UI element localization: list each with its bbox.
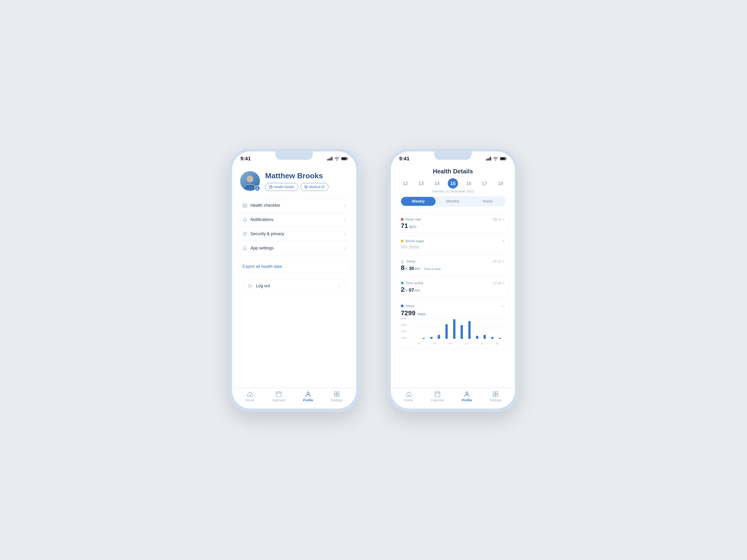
bar-col-11 (497, 319, 503, 339)
right-screen-content: Health Details 12 13 14 15 16 17 18 Tues… (391, 164, 515, 388)
status-icons-left (327, 157, 348, 161)
sleep-time: 07:13 (493, 260, 505, 263)
chevron-icon: › (344, 246, 346, 250)
bar-11 (499, 338, 501, 339)
health-details-button[interactable]: Health Details (265, 183, 298, 191)
svg-rect-27 (500, 158, 505, 160)
bar-5 (453, 319, 456, 339)
svg-rect-3 (332, 157, 332, 161)
profile-info: Matthew Brooks Health Details (265, 171, 349, 191)
status-time-left: 9:41 (240, 156, 251, 162)
menu-item-left: Security & privacy (242, 232, 284, 236)
menu-list: Health checklist › Notifications › (232, 196, 356, 257)
chevron-right-icon (502, 218, 505, 221)
tab-monthly[interactable]: Monthly (436, 197, 470, 206)
svg-rect-26 (506, 158, 506, 159)
wifi-icon-right (493, 157, 498, 161)
time-active-dot (401, 282, 404, 285)
bar-col-5 (451, 319, 457, 339)
blood-sugar-dot (401, 240, 404, 242)
bar-2 (430, 337, 433, 339)
health-header: Health Details 12 13 14 15 16 17 18 Tues… (391, 164, 515, 211)
bar-col-9 (482, 319, 488, 339)
blood-sugar-no-data: No data (401, 244, 505, 250)
date-13[interactable]: 13 (416, 178, 426, 189)
y-label-3000: 3000 (401, 324, 406, 326)
svg-rect-20 (337, 394, 339, 396)
logout-button[interactable]: Log out › (243, 279, 345, 293)
settings-icon (242, 246, 247, 250)
title-row: Heart rate (401, 217, 421, 221)
blood-sugar-card[interactable]: Blood sugar No data (396, 235, 509, 254)
menu-item-notifications[interactable]: Notifications › (238, 213, 351, 226)
steps-value: 7299 steps (401, 310, 505, 317)
nav-item-settings[interactable]: Settings (331, 391, 343, 402)
menu-item-app-settings[interactable]: App settings › (238, 241, 351, 255)
bar-col-1 (421, 319, 427, 339)
chevron-right-icon (502, 240, 505, 242)
profile-name: Matthew Brooks (265, 171, 349, 180)
heart-rate-time: 09:13 (493, 217, 505, 221)
export-health-data-button[interactable]: Export all health data (238, 260, 351, 273)
nav-label-home: Home (246, 398, 254, 402)
date-16[interactable]: 16 (464, 178, 474, 189)
menu-item-label: Health checklist (251, 203, 280, 208)
heart-rate-value: 71 bpm (401, 222, 505, 230)
sleep-card[interactable]: Sleep 07:13 8hr 30min Time in bed (396, 256, 509, 275)
bar-col-3 (436, 319, 442, 339)
nav-item-calendar-right[interactable]: Calendar (431, 391, 444, 402)
date-14[interactable]: 14 (432, 178, 442, 189)
bottom-nav-right: Home Calendar Profile (391, 388, 515, 408)
steps-more-button[interactable]: ··· (501, 303, 505, 309)
heart-rate-card[interactable]: Heart rate 09:13 71 bpm (396, 214, 509, 233)
time-active-header: Time active 17:29 (401, 281, 505, 285)
tab-weekly[interactable]: Weekly (401, 197, 436, 206)
nav-item-calendar[interactable]: Calendar (272, 391, 285, 402)
steps-header: Steps ··· (401, 303, 505, 309)
y-label-1000: 1000 (401, 337, 406, 339)
svg-rect-28 (435, 392, 440, 397)
wifi-icon (334, 157, 339, 161)
sleep-value: 8hr 30min Time in bed (401, 264, 505, 272)
export-label: Export all health data (242, 264, 282, 269)
nav-label-home-right: Home (404, 398, 413, 402)
date-12[interactable]: 12 (400, 178, 410, 189)
menu-item-health-checklist[interactable]: Health checklist › (238, 198, 351, 212)
svg-rect-2 (330, 158, 331, 161)
svg-rect-21 (486, 159, 487, 161)
menu-item-security[interactable]: Security & privacy › (238, 227, 351, 241)
menu-item-left: Health checklist (242, 203, 280, 208)
profile-buttons: Health Details Medical ID (265, 183, 349, 191)
svg-rect-0 (327, 159, 328, 161)
grid-icon (334, 391, 340, 397)
bottom-nav-left: Home Calendar Profile (232, 388, 356, 408)
date-15-active[interactable]: 15 (448, 178, 458, 189)
steps-card[interactable]: Steps ··· 7299 steps 4000 (396, 299, 509, 349)
svg-rect-31 (496, 392, 498, 394)
x-label-04: 04 (433, 342, 436, 345)
date-18[interactable]: 18 (495, 178, 506, 189)
date-17[interactable]: 17 (480, 178, 490, 189)
logout-container: Log out › (238, 277, 351, 295)
notch-right (434, 152, 471, 160)
right-phone-inner: 9:41 (391, 152, 515, 408)
medical-id-button[interactable]: Medical ID (301, 183, 329, 191)
y-label-2000: 2000 (401, 330, 406, 333)
nav-item-profile-right[interactable]: Profile (462, 391, 472, 402)
bar-9 (484, 335, 486, 339)
svg-rect-11 (269, 186, 272, 188)
nav-item-settings-right[interactable]: Settings (490, 391, 501, 402)
time-active-card[interactable]: Time active 17:29 2hr 07min (396, 277, 509, 297)
tab-yearly[interactable]: Yearly (470, 197, 505, 206)
bars-container (411, 319, 505, 339)
signal-icon-right (486, 157, 491, 161)
bar-1 (422, 338, 425, 339)
nav-item-profile[interactable]: Profile (303, 391, 313, 402)
signal-icon (327, 157, 332, 161)
notch (276, 152, 313, 160)
nav-item-home[interactable]: Home (246, 391, 254, 402)
chevron-icon: › (344, 217, 346, 222)
svg-rect-33 (496, 394, 498, 396)
nav-item-home-right[interactable]: Home (404, 391, 413, 402)
menu-item-label: Security & privacy (251, 232, 284, 236)
